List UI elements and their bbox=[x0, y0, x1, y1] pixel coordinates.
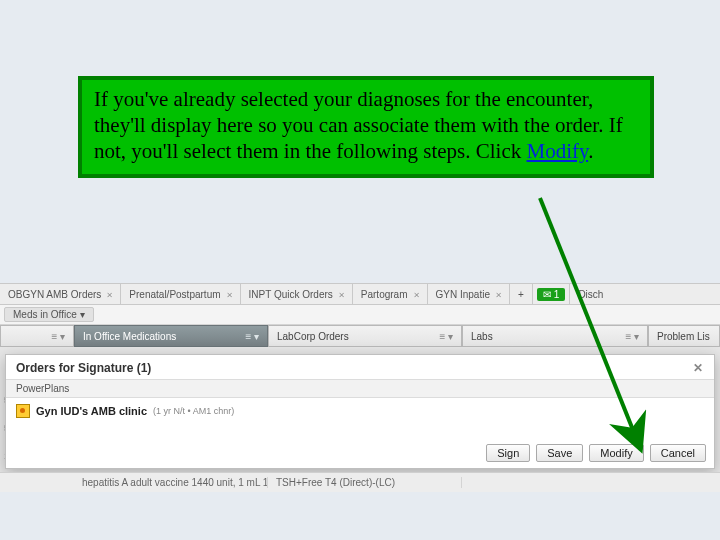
callout-text: If you've already selected your diagnose… bbox=[94, 86, 638, 164]
tab-obgyn-amb-orders[interactable]: OBGYN AMB Orders ⨉ bbox=[0, 284, 121, 304]
tab-label: INPT Quick Orders bbox=[249, 289, 333, 300]
plan-detail: (1 yr N/t • AM1 chnr) bbox=[153, 406, 234, 416]
panel-header-problem-list[interactable]: Problem Lis bbox=[648, 325, 720, 347]
callout-modify-word: Modify bbox=[526, 139, 588, 163]
dialog-footer: Sign Save Modify Cancel bbox=[486, 444, 706, 462]
pin-icon[interactable]: ⨉ bbox=[107, 289, 112, 300]
tab-discharge[interactable]: Disch bbox=[570, 284, 611, 304]
tabs-row: OBGYN AMB Orders ⨉ Prenatal/Postpartum ⨉… bbox=[0, 283, 720, 305]
notification-badge: ✉ 1 bbox=[537, 288, 566, 301]
pin-icon[interactable]: ⨉ bbox=[227, 289, 232, 300]
tab-add[interactable]: + bbox=[510, 284, 533, 304]
cancel-button[interactable]: Cancel bbox=[650, 444, 706, 462]
panel-label: In Office Medications bbox=[83, 331, 176, 342]
panel-menu-icon[interactable]: ≡ ▾ bbox=[439, 331, 453, 342]
tab-label: OBGYN AMB Orders bbox=[8, 289, 101, 300]
pin-icon[interactable]: ⨉ bbox=[496, 289, 501, 300]
sign-button[interactable]: Sign bbox=[486, 444, 530, 462]
panel-menu-icon[interactable]: ≡ ▾ bbox=[625, 331, 639, 342]
panel-label: Problem Lis bbox=[657, 331, 710, 342]
chevron-down-icon: ▾ bbox=[80, 309, 85, 320]
pill-label: Meds in Office bbox=[13, 309, 77, 320]
close-icon[interactable]: ✕ bbox=[690, 360, 706, 376]
plan-name[interactable]: Gyn IUD's AMB clinic bbox=[36, 405, 147, 417]
order-icon bbox=[16, 404, 30, 418]
tab-label: Partogram bbox=[361, 289, 408, 300]
panel-header-labs[interactable]: Labs ≡ ▾ bbox=[462, 325, 648, 347]
pin-icon[interactable]: ⨉ bbox=[339, 289, 344, 300]
bottom-cell-hepatitis[interactable]: hepatitis A adult vaccine 1440 unit, 1 m… bbox=[74, 477, 268, 488]
tab-label: Disch bbox=[578, 289, 603, 300]
dialog-body: Gyn IUD's AMB clinic (1 yr N/t • AM1 chn… bbox=[6, 398, 714, 424]
tab-label: GYN Inpatie bbox=[436, 289, 490, 300]
dialog-subheader: PowerPlans bbox=[6, 379, 714, 398]
tab-label: Prenatal/Postpartum bbox=[129, 289, 220, 300]
tab-inpt-quick-orders[interactable]: INPT Quick Orders ⨉ bbox=[241, 284, 353, 304]
instruction-callout: If you've already selected your diagnose… bbox=[78, 76, 654, 178]
panel-header-row: ≡ ▾ In Office Medications ≡ ▾ LabCorp Or… bbox=[0, 325, 720, 347]
panel-menu-icon[interactable]: ≡ ▾ bbox=[245, 331, 259, 342]
panel-label: Labs bbox=[471, 331, 493, 342]
modify-button[interactable]: Modify bbox=[589, 444, 643, 462]
bottom-row: hepatitis A adult vaccine 1440 unit, 1 m… bbox=[0, 472, 720, 492]
panel-header-labcorp[interactable]: LabCorp Orders ≡ ▾ bbox=[268, 325, 462, 347]
dialog-title: Orders for Signature (1) bbox=[16, 361, 151, 375]
panel-header-in-office-meds[interactable]: In Office Medications ≡ ▾ bbox=[74, 325, 268, 347]
bottom-cell-tsh[interactable]: TSH+Free T4 (Direct)-(LC) bbox=[268, 477, 462, 488]
panel-header-blank[interactable]: ≡ ▾ bbox=[0, 325, 74, 347]
tab-prenatal-postpartum[interactable]: Prenatal/Postpartum ⨉ bbox=[121, 284, 240, 304]
plus-icon: + bbox=[518, 289, 524, 300]
badge-count: 1 bbox=[554, 289, 560, 300]
dialog-titlebar: Orders for Signature (1) ✕ bbox=[6, 355, 714, 379]
callout-text-post: . bbox=[588, 139, 593, 163]
orders-for-signature-dialog: Orders for Signature (1) ✕ PowerPlans Gy… bbox=[5, 354, 715, 469]
sub-row: Meds in Office ▾ bbox=[0, 305, 720, 325]
save-button[interactable]: Save bbox=[536, 444, 583, 462]
tab-partogram[interactable]: Partogram ⨉ bbox=[353, 284, 428, 304]
pin-icon[interactable]: ⨉ bbox=[414, 289, 419, 300]
notification-badge-container[interactable]: ✉ 1 bbox=[533, 284, 571, 304]
panel-label: LabCorp Orders bbox=[277, 331, 349, 342]
meds-in-office-dropdown[interactable]: Meds in Office ▾ bbox=[4, 307, 94, 322]
envelope-icon: ✉ bbox=[543, 289, 551, 300]
tab-gyn-inpatient[interactable]: GYN Inpatie ⨉ bbox=[428, 284, 510, 304]
panel-menu-icon[interactable]: ≡ ▾ bbox=[51, 331, 65, 342]
